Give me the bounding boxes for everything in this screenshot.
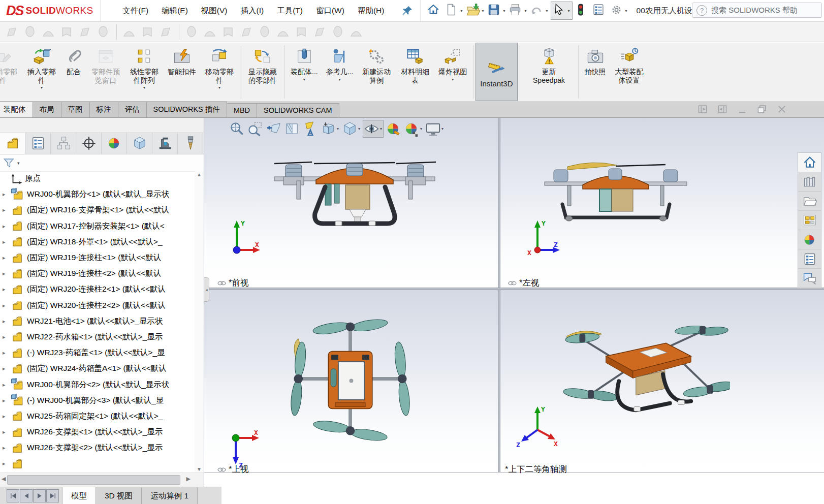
dropdown-caret-icon[interactable]: ▾	[339, 77, 341, 82]
menu-item-0[interactable]: 文件(F)	[116, 2, 155, 20]
dropdown-caret-icon[interactable]: ▾	[482, 9, 484, 13]
expand-arrow-icon[interactable]: ▸	[3, 397, 11, 404]
dropdown-caret-icon[interactable]: ▾	[524, 9, 526, 13]
nav-first-button[interactable]	[7, 489, 19, 502]
previous-view-button[interactable]	[265, 120, 282, 137]
expand-arrow-icon[interactable]: ▸	[3, 460, 11, 467]
tree-item[interactable]: ▸(固定) WRJ19-连接柱<2> (默认<<默认	[0, 266, 195, 281]
performance-button[interactable]	[573, 2, 590, 19]
menu-item-6[interactable]: 帮助(H)	[351, 2, 391, 20]
dropdown-caret-icon[interactable]: ▾	[546, 9, 548, 13]
tab-mbd[interactable]: MBD	[227, 103, 257, 117]
nav-next-button[interactable]	[33, 489, 46, 502]
menu-item-2[interactable]: 视图(V)	[195, 2, 234, 20]
ribbon-insert-component-button[interactable]: 插入零部件▾	[22, 43, 61, 101]
expand-arrow-icon[interactable]: ▸	[3, 429, 11, 435]
properties-button[interactable]	[591, 2, 608, 19]
new-document-button[interactable]: ▾	[443, 2, 464, 19]
tree-horizontal-scrollbar[interactable]: ◀ ▶	[0, 472, 204, 487]
scroll-left-icon[interactable]: ◀	[2, 476, 6, 482]
cam-tools-tab[interactable]	[178, 133, 203, 154]
ribbon-linear-pattern-button[interactable]: 线性零部件阵列▾	[125, 43, 164, 101]
tab-装配体[interactable]: 装配体	[0, 102, 33, 117]
cam-feature-tree-tab[interactable]	[127, 133, 152, 154]
expand-arrow-icon[interactable]: ▸	[3, 239, 11, 245]
ribbon-assembly-features-button[interactable]: 装配体...▾	[287, 43, 322, 101]
pin-menu-icon[interactable]	[402, 5, 413, 16]
panel-right-icon[interactable]	[717, 104, 728, 115]
tree-vertical-scrollbar[interactable]: ▲ ▼	[195, 171, 204, 473]
tree-item[interactable]: ▸(-) WRJ00-机翼部分<3> (默认<默认_显	[0, 393, 195, 408]
menu-item-5[interactable]: 窗口(W)	[309, 2, 351, 20]
tree-item[interactable]: ▸WRJ22-药水箱<1> (默认<<默认>_显示	[0, 329, 195, 345]
expand-arrow-icon[interactable]: ▸	[3, 365, 11, 372]
expand-arrow-icon[interactable]: ▸	[3, 286, 11, 293]
appearances-button[interactable]	[798, 230, 821, 249]
tree-item[interactable]: ▸WRJ26-支撑架<2> (默认<<默认>_显示	[0, 440, 195, 456]
print-button[interactable]: ▾	[508, 2, 528, 19]
tree-item[interactable]: ▸(固定) WRJ19-连接柱<1> (默认<<默认	[0, 250, 195, 266]
panel-left-icon[interactable]	[697, 104, 708, 115]
expand-arrow-icon[interactable]: ▸	[3, 191, 11, 198]
drone-model-front-view[interactable]	[265, 148, 444, 234]
display-style-button[interactable]: ▾	[341, 120, 361, 137]
dropdown-caret-icon[interactable]: ▾	[303, 77, 305, 82]
display-manager-tab[interactable]	[102, 133, 127, 154]
bottom-tab-模型[interactable]: 模型	[62, 487, 96, 504]
viewport-vertical-divider[interactable]	[498, 118, 500, 472]
tab-评估[interactable]: 评估	[118, 102, 147, 117]
dropdown-caret-icon[interactable]: ▾	[625, 9, 627, 13]
bottom-tab-运动算例-1[interactable]: 运动算例 1	[141, 487, 198, 504]
tree-item[interactable]: ▸(固定) WRJ17-控制器安装架<1> (默认<	[0, 218, 195, 234]
tree-item[interactable]: ▸WRJ26-支撑架<1> (默认<<默认>_显示	[0, 424, 195, 440]
bottom-tab-3d-视图[interactable]: 3D 视图	[96, 487, 141, 504]
dropdown-caret-icon[interactable]: ▾	[143, 85, 145, 90]
expand-arrow-icon[interactable]: ▸	[3, 318, 11, 325]
scroll-up-icon[interactable]: ▲	[195, 172, 204, 177]
scroll-down-icon[interactable]: ▼	[195, 466, 204, 472]
ribbon-bom-button[interactable]: 材料明细表	[396, 43, 434, 101]
dropdown-caret-icon[interactable]: ▾	[358, 127, 360, 131]
tree-item[interactable]: ▸(固定) WRJ20-连接柱2<2> (默认<<默认	[0, 298, 195, 313]
tree-item[interactable]: ▸WRJ00-机翼部分<1> (默认<默认_显示状	[0, 186, 195, 202]
tree-item[interactable]: ▸WRJ21-电池<1> (默认<<默认>_显示状	[0, 313, 195, 329]
section-view-button[interactable]	[283, 120, 300, 137]
menu-item-3[interactable]: 插入(I)	[234, 2, 271, 20]
expand-arrow-icon[interactable]: ▸	[3, 445, 11, 451]
save-button[interactable]: ▾	[486, 2, 507, 19]
home-button[interactable]	[426, 2, 443, 19]
dropdown-caret-icon[interactable]: ▾	[460, 9, 462, 13]
ribbon-motion-study-button[interactable]: 新建运动算例	[357, 43, 396, 101]
tab-solidworks-cam[interactable]: SOLIDWORKS CAM	[257, 103, 339, 117]
dropdown-caret-icon[interactable]: ▾	[568, 9, 570, 13]
expand-arrow-icon[interactable]: ▸	[3, 302, 11, 309]
tree-item[interactable]: ▸(固定) WRJ16-支撑骨架<1> (默认<<默认	[0, 202, 195, 218]
minimize-icon[interactable]	[737, 104, 748, 115]
search-help-box[interactable]: ? 搜索 SOLIDWORKS 帮助	[692, 3, 822, 18]
tab-布局[interactable]: 布局	[33, 102, 61, 117]
ribbon-smart-fasteners-button[interactable]: 智能扣件	[164, 43, 200, 101]
ribbon-move-component-button[interactable]: 移动零部件▾	[200, 43, 239, 101]
dimxpert-manager-tab[interactable]	[76, 133, 102, 154]
panel-collapse-handle[interactable]: ◂	[204, 277, 209, 302]
dropdown-caret-icon[interactable]: ▾	[218, 85, 220, 90]
drone-model-top-view[interactable]	[275, 304, 425, 454]
ribbon-mate-button[interactable]: 配合	[61, 43, 86, 101]
view-orientation-button[interactable]: ▾	[320, 120, 340, 137]
edit-appearance-button[interactable]	[385, 120, 402, 137]
tab-标注[interactable]: 标注	[89, 102, 118, 117]
ribbon-reference-geometry-button[interactable]: 参考几...▾	[322, 43, 358, 101]
nav-last-button[interactable]	[46, 489, 59, 502]
expand-arrow-icon[interactable]: ▸	[3, 255, 11, 261]
custom-properties-button[interactable]	[798, 249, 821, 269]
expand-arrow-icon[interactable]: ▸	[3, 334, 11, 340]
file-explorer-button[interactable]	[798, 192, 821, 211]
menu-item-4[interactable]: 工具(T)	[270, 2, 309, 20]
view-palette-button[interactable]	[798, 211, 821, 230]
expand-arrow-icon[interactable]: ▸	[3, 223, 11, 230]
tree-filter-row[interactable]: ▾	[0, 154, 204, 172]
tree-item[interactable]: 原点	[0, 171, 195, 186]
expand-arrow-icon[interactable]: ▸	[3, 270, 11, 277]
tab-草图[interactable]: 草图	[61, 102, 90, 117]
design-library-button[interactable]	[798, 172, 821, 192]
